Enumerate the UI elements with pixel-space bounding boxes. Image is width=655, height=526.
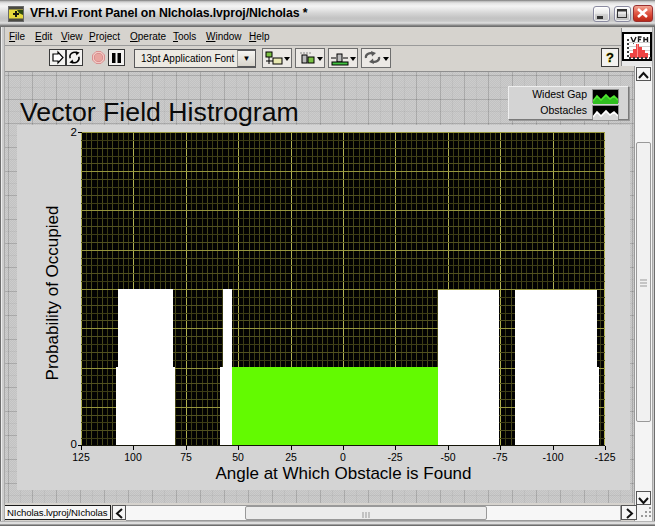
svg-text:?: ? (606, 50, 614, 65)
